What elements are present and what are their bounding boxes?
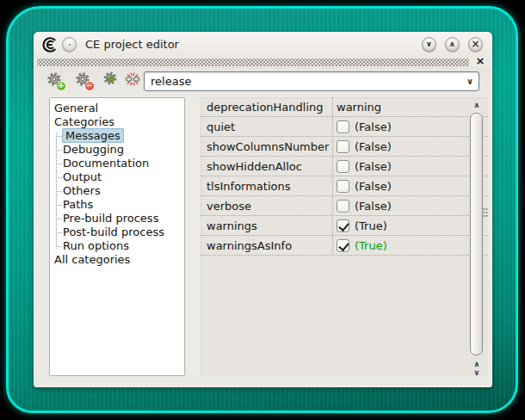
checkbox-unchecked[interactable] — [337, 120, 349, 133]
table-row[interactable]: tlsInformations (False) — [201, 176, 488, 196]
checkbox-unchecked[interactable] — [337, 200, 349, 213]
maximize-button[interactable]: ∧ — [445, 37, 460, 52]
toolbar-handle-dots[interactable] — [37, 59, 469, 66]
ce-app-icon — [40, 37, 58, 52]
tree-item-debugging[interactable]: Debugging — [50, 143, 184, 157]
configuration-combobox[interactable]: release ∨ — [144, 71, 479, 91]
combobox-value: release — [151, 72, 191, 90]
unlink-configuration-button[interactable] — [124, 71, 143, 90]
remove-configuration-button[interactable]: − — [74, 71, 93, 90]
table-row[interactable]: warnings (True) — [201, 216, 488, 236]
gear-copy-arrow-icon — [102, 71, 120, 88]
minus-badge-icon: − — [85, 82, 94, 90]
table-row[interactable]: verbose (False) — [201, 196, 488, 216]
scroll-down-icon[interactable]: ∨ — [468, 368, 485, 378]
tree-item-all-categories[interactable]: All categories — [50, 253, 184, 267]
tree-item-post-build-process[interactable]: Post-build process — [50, 225, 184, 239]
window-menu-button[interactable] — [62, 37, 77, 52]
tree-item-others[interactable]: Others — [50, 184, 184, 198]
close-button[interactable]: × — [468, 37, 483, 52]
table-row[interactable]: showHiddenAlloc (False) — [201, 157, 488, 176]
add-configuration-button[interactable]: + — [46, 71, 65, 90]
checkbox-unchecked[interactable] — [337, 140, 349, 153]
tree-item-general[interactable]: General — [50, 102, 184, 115]
tree-item-output[interactable]: Output — [50, 170, 184, 184]
plus-badge-icon: + — [57, 82, 65, 90]
splitter-handle-dots[interactable] — [483, 207, 488, 219]
scrollbar-thumb[interactable] — [470, 113, 483, 355]
checkbox-unchecked[interactable] — [337, 180, 349, 193]
tree-item-messages[interactable]: Messages — [50, 129, 184, 143]
properties-table: deprecationHandling warning quiet (False… — [201, 97, 488, 376]
tree-item-run-options[interactable]: Run options — [50, 239, 184, 253]
vertical-scrollbar[interactable]: ∧ ∧ ∨ — [468, 99, 485, 374]
checkbox-unchecked[interactable] — [337, 160, 349, 173]
checkbox-checked[interactable] — [337, 219, 349, 232]
broken-link-icon — [124, 71, 141, 88]
checkbox-checked[interactable] — [337, 239, 349, 252]
table-row[interactable]: warningsAsInfo (True) — [201, 236, 488, 256]
shade-button[interactable]: ∨ — [422, 37, 436, 52]
titlebar[interactable]: CE project editor ∨ ∧ × — [34, 32, 492, 58]
screenshot-stage: CE project editor ∨ ∧ × × + − — [0, 0, 525, 420]
table-row[interactable]: quiet (False) — [201, 117, 488, 137]
scroll-up-icon[interactable]: ∧ — [468, 100, 485, 110]
copy-configuration-button[interactable] — [102, 71, 121, 90]
tree-item-categories[interactable]: Categories — [50, 115, 184, 129]
ce-project-editor-window: CE project editor ∨ ∧ × × + − — [34, 32, 492, 387]
tree-item-pre-build-process[interactable]: Pre-build process — [50, 212, 184, 225]
window-title: CE project editor — [85, 32, 179, 58]
table-row[interactable]: deprecationHandling warning — [201, 97, 488, 117]
table-row[interactable]: showColumnsNumber (False) — [201, 137, 488, 157]
chevron-down-icon[interactable]: ∨ — [466, 72, 473, 90]
category-tree: General Categories Messages Debugging Do… — [49, 97, 185, 376]
tree-item-documentation[interactable]: Documentation — [50, 157, 184, 170]
tree-item-paths[interactable]: Paths — [50, 198, 184, 212]
